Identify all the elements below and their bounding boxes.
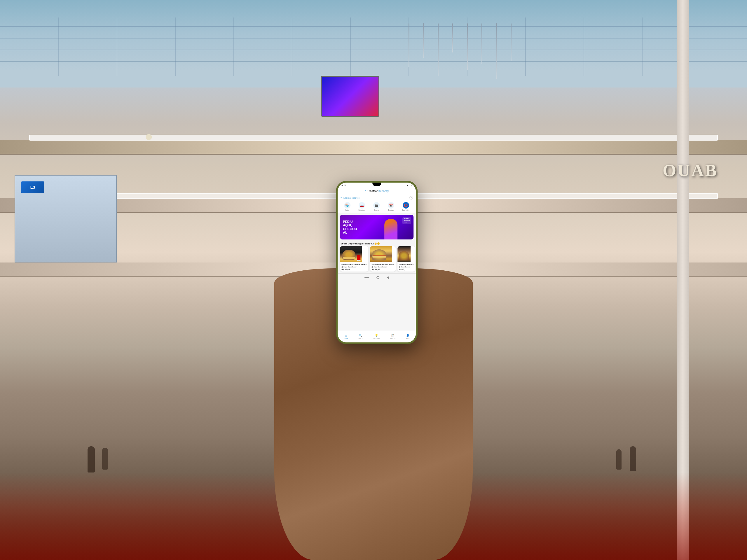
- phone-screen: 16:00 ▲ ⊤ ▮ 〜 RioMar Ken: [338, 183, 416, 342]
- promo-banner[interactable]: PEDIU AQUI, CHEGOU AÍ. RioMar online: [340, 215, 413, 239]
- digital-display: [321, 76, 379, 117]
- left-store-sign-text: L3: [30, 185, 35, 190]
- product-name-1: Combo Onion Cheddar Cebo...: [341, 263, 367, 265]
- product-store-2: Super Duper Burger: [372, 266, 394, 268]
- hanging-rod: [423, 23, 424, 58]
- person-silhouette: [102, 448, 108, 470]
- logo-sub-text: Kennedy: [379, 190, 389, 192]
- ceiling-grid-line-v: [584, 18, 584, 76]
- products-list: Coca-Cola Combo Onion Cheddar Cebo... Su…: [338, 246, 416, 273]
- product-card-2[interactable]: Combo Double Beef Bacon Super Duper Burg…: [370, 246, 396, 271]
- conveniencia-icon: ⭕: [404, 204, 408, 207]
- bottom-nav-inspiracao[interactable]: 💡 Inspiração: [373, 334, 380, 339]
- home-icon: ⌂: [345, 334, 347, 337]
- product-image-2: [370, 246, 392, 262]
- nav-cinema[interactable]: 🎬 Cinema: [373, 202, 380, 211]
- product-price-2: R$ 47,00: [372, 268, 394, 270]
- lojas-icon-bg: 🏪: [344, 202, 351, 209]
- address-link[interactable]: ⊕ Adicionar endereço: [340, 196, 360, 199]
- android-home-circle: [377, 276, 379, 279]
- ceiling-grid-line: [0, 61, 747, 62]
- nav-estacionamento[interactable]: 🚗 Estacion...: [358, 202, 365, 211]
- store-name-3: Super Burguer: [401, 266, 411, 268]
- banner-line3: CHEGOU: [343, 227, 357, 231]
- status-icons: ▲ ⊤ ▮: [407, 184, 412, 186]
- category-nav: 🏪 Lojas 🚗 Estacion... 🎬: [338, 201, 416, 213]
- section-title: Super Duper Burguer chegou!👋😊: [338, 241, 416, 246]
- help-button[interactable]: ?: [409, 196, 413, 199]
- product-store-3: Super Burguer: [399, 266, 414, 268]
- online-badge: online: [404, 220, 410, 222]
- product-card-1[interactable]: Coca-Cola Combo Onion Cheddar Cebo... Su…: [340, 246, 368, 271]
- ceiling-grid-line: [0, 26, 747, 27]
- product-store-1: Super Duper Burger: [341, 266, 367, 268]
- address-label: Adicionar endereço: [343, 197, 360, 199]
- hanging-rod: [496, 23, 497, 79]
- address-bar[interactable]: ⊕ Adicionar endereço ?: [338, 195, 416, 201]
- profile-label: Perfil: [406, 338, 409, 339]
- estac-label: Estacion...: [358, 209, 365, 211]
- ceiling-grid-line-v: [175, 18, 176, 76]
- phone-body: 16:00 ▲ ⊤ ▮ 〜 RioMar Ken: [336, 181, 417, 344]
- product-name-3: Combo Chipotle...: [399, 263, 414, 265]
- logo-text: RioMar Kennedy: [369, 190, 389, 192]
- hanging-rod: [482, 23, 482, 64]
- person-silhouette: [616, 449, 621, 470]
- android-nav-bar: [338, 273, 416, 282]
- conveniencia-label: Convênie...: [402, 209, 409, 211]
- product-info-1: Combo Onion Cheddar Cebo... Super Duper …: [340, 262, 368, 271]
- phone-notch: [372, 183, 381, 186]
- nav-conveniencia[interactable]: ⭕ Convênie...: [402, 202, 409, 211]
- store-name-1: Super Duper Burger: [343, 266, 357, 268]
- bottom-nav-pedidos[interactable]: 📋 Pedidos: [390, 334, 395, 339]
- bottom-nav-busca[interactable]: 🔍 Busca: [358, 334, 362, 339]
- android-back-bar: [364, 277, 369, 278]
- product-card-3[interactable]: Combo Chipotle... Super Burguer R$ 47,..…: [397, 246, 415, 271]
- ceiling-grid-line: [0, 50, 747, 50]
- hanging-rod: [511, 23, 512, 61]
- conveniencia-icon-bg: ⭕: [403, 202, 409, 209]
- nav-lojas[interactable]: 🏪 Lojas: [344, 202, 351, 211]
- bottom-nav-home[interactable]: ⌂ Home: [344, 334, 348, 339]
- product-price-1: R$ 37,00: [341, 268, 367, 270]
- ceiling-grid-line-v: [58, 18, 59, 76]
- ceiling-grid-line-v: [350, 18, 351, 76]
- logo-bird-icon: 〜: [365, 189, 368, 193]
- bottom-navigation: ⌂ Home 🔍 Busca 💡 Inspiração 📋: [338, 330, 416, 342]
- android-back-triangle: [387, 276, 389, 279]
- banner-line4: AÍ.: [343, 231, 357, 234]
- ceiling-grid-line-v: [292, 18, 292, 76]
- orders-label: Pedidos: [390, 338, 395, 339]
- eventos-label: Eventos: [388, 209, 394, 211]
- wifi-icon: ⊤: [409, 184, 411, 186]
- ceiling-grid-line-v: [525, 18, 526, 76]
- ceiling-grid-line-v: [117, 18, 117, 76]
- banner-figure: [384, 219, 397, 239]
- profile-icon: 👤: [406, 334, 409, 337]
- banner-logo: RioMar online com br: [403, 217, 411, 224]
- banner-text: PEDIU AQUI, CHEGOU AÍ.: [340, 218, 360, 236]
- ceiling-grid-line: [0, 38, 747, 38]
- signal-icon: ▲: [407, 184, 408, 186]
- ceiling-grid: [0, 18, 747, 76]
- product-image-3: [397, 246, 411, 262]
- lojas-icon: 🏪: [345, 204, 349, 207]
- hanging-rod: [409, 23, 409, 67]
- banner-logo-text: RioMar online: [404, 218, 410, 222]
- right-store-sign: OUAB: [663, 160, 718, 181]
- product-image-1: Coca-Cola: [340, 246, 362, 262]
- eventos-icon-bg: 📅: [388, 202, 394, 209]
- hanging-rod: [452, 23, 453, 53]
- nav-eventos[interactable]: 📅 Eventos: [388, 202, 394, 211]
- person-silhouette: [630, 446, 636, 471]
- phone: 16:00 ▲ ⊤ ▮ 〜 RioMar Ken: [336, 181, 417, 344]
- spotlight: [146, 134, 152, 140]
- left-store-sign: L3: [21, 181, 44, 193]
- person-silhouette: [87, 446, 95, 473]
- status-time: 16:00: [341, 184, 346, 186]
- product-info-2: Combo Double Beef Bacon Super Duper Burg…: [370, 262, 396, 271]
- ceiling: [0, 0, 747, 87]
- orders-icon: 📋: [391, 334, 394, 337]
- home-label: Home: [344, 338, 348, 339]
- bottom-nav-perfil[interactable]: 👤 Perfil: [406, 334, 409, 339]
